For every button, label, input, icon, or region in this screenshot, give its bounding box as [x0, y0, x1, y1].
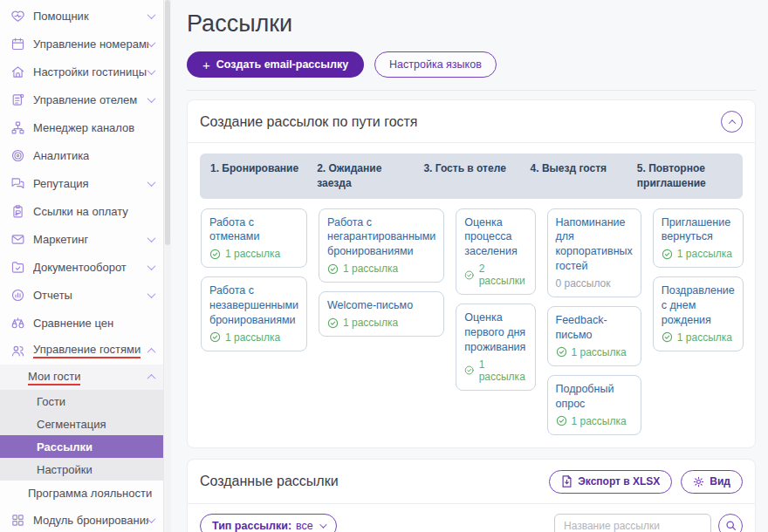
guest-path-card-count: 2 рассылки: [464, 263, 526, 287]
sidebar-item-10[interactable]: Отчеты: [0, 281, 163, 309]
language-settings-button[interactable]: Настройка языков: [374, 51, 497, 78]
stage-label-3: 3. Гость в отеле: [423, 161, 518, 191]
guest-path-card-title: Оценка процесса заселения: [464, 215, 526, 260]
sidebar-item-label: Отчеты: [33, 289, 72, 302]
sidebar-item-18[interactable]: Программа лояльности: [0, 481, 163, 506]
guest-path-card-item[interactable]: Поздравление с днем рождения1 рассылка: [653, 276, 744, 351]
sidebar-item-4[interactable]: Менеджер каналов: [0, 113, 163, 141]
guest-path-card-item[interactable]: Welcome-письмо1 рассылка: [319, 291, 444, 337]
stage-label-2: 2. Ожидание заезда: [317, 161, 412, 191]
people-icon: [10, 343, 25, 358]
sidebar-item-17[interactable]: Настройки: [0, 458, 163, 481]
chevron-down-icon: [147, 290, 156, 298]
receipt-icon: [10, 203, 25, 219]
stage-column-5: Приглашение вернуться1 рассылкаПоздравле…: [653, 208, 744, 435]
divider: [188, 503, 755, 504]
mailing-type-filter[interactable]: Тип рассылки: все: [200, 514, 337, 532]
mailing-type-filter-value: все: [296, 520, 313, 532]
guest-path-card-item[interactable]: Feedback-письмо1 рассылка: [547, 306, 641, 366]
chevron-down-icon: [147, 515, 156, 523]
divider: [187, 90, 756, 91]
guest-path-card-count: 1 рассылка: [327, 263, 435, 275]
sidebar-item-label: Аналитика: [33, 149, 89, 162]
sidebar-item-1[interactable]: Управление номерами: [0, 30, 163, 58]
guest-path-card-title: Поздравление с днем рождения: [662, 283, 735, 328]
sidebar-item-14[interactable]: Гости: [0, 390, 163, 413]
divider: [188, 142, 755, 143]
search-input[interactable]: [554, 514, 711, 532]
sidebar-item-7[interactable]: Ссылки на оплату: [0, 197, 163, 225]
stage-label-4: 4. Выезд гостя: [531, 161, 626, 191]
sidebar-item-label: Сегментация: [37, 418, 106, 431]
guest-path-card-item[interactable]: Напоминание для корпоративных гостей0 ра…: [547, 208, 641, 298]
guest-path-card-title: Welcome-письмо: [327, 298, 435, 313]
created-mailings-card: Созданные рассылки Экспорт в XLSX Вид Ти…: [187, 459, 756, 532]
language-settings-label: Настройка языков: [389, 58, 482, 71]
sidebar-item-8[interactable]: Маркетинг: [0, 225, 163, 253]
sidebar-item-0[interactable]: Помощник: [0, 2, 163, 30]
check-circle-icon: [327, 317, 339, 329]
check-circle-icon: [464, 269, 474, 281]
sidebar-item-12[interactable]: Управление гостями: [0, 337, 163, 365]
search-button[interactable]: [718, 514, 743, 532]
page-title: Рассылки: [187, 10, 756, 38]
export-xlsx-button[interactable]: Экспорт в XLSX: [549, 470, 672, 494]
chevron-down-icon: [147, 262, 156, 270]
guest-path-card-title: Feedback-письмо: [556, 313, 633, 343]
guest-path-card-item[interactable]: Работа с негарантированными бронирования…: [319, 208, 444, 283]
chevron-up-icon: [728, 119, 735, 126]
stage-column-1: Работа с отменами1 рассылкаРабота с неза…: [201, 208, 307, 435]
mailing-type-filter-label: Тип рассылки:: [212, 520, 291, 532]
clipboard-note-icon: [10, 92, 25, 107]
scales-icon: [10, 315, 25, 331]
check-circle-icon: [662, 331, 673, 343]
sidebar-item-3[interactable]: Управление отелем: [0, 85, 163, 113]
stage-column-4: Напоминание для корпоративных гостей0 ра…: [547, 208, 641, 435]
guest-path-card-item[interactable]: Оценка первого дня проживания1 рассылка: [456, 304, 535, 391]
guest-path-card-count: 1 рассылка: [209, 248, 298, 260]
export-xlsx-label: Экспорт в XLSX: [578, 475, 660, 488]
sidebar-item-label: Настройки: [37, 463, 93, 476]
sidebar-item-label: Маркетинг: [33, 233, 88, 246]
create-email-mailing-button[interactable]: + Создать email-рассылку: [187, 51, 364, 78]
view-settings-label: Вид: [710, 475, 730, 488]
sidebar-item-2[interactable]: Настройки гостиницы: [0, 58, 163, 85]
sidebar-item-5[interactable]: Аналитика: [0, 141, 163, 169]
sidebar-item-15[interactable]: Сегментация: [0, 413, 163, 435]
guest-path-card-item[interactable]: Работа с отменами1 рассылка: [201, 208, 307, 269]
check-circle-icon: [662, 249, 673, 260]
sidebar-item-label: Управление отелем: [33, 93, 137, 106]
sidebar-item-13[interactable]: Мои гости: [0, 365, 163, 390]
mail-icon: [10, 231, 25, 247]
check-circle-icon: [556, 346, 567, 358]
sidebar-scrollbar[interactable]: [163, 0, 171, 532]
guest-path-card-title: Приглашение вернуться: [662, 215, 735, 245]
guest-path-card-title: Работа с незавершенными бронированиями: [209, 283, 298, 328]
chevron-down-icon: [147, 38, 156, 47]
sidebar-item-label: Управление гостями: [33, 343, 141, 358]
sidebar-item-9[interactable]: Документооборот: [0, 253, 163, 281]
sidebar-item-19[interactable]: Модуль бронирования: [0, 506, 163, 532]
guest-path-card-count: 1 рассылка: [327, 317, 435, 329]
guest-path-card-item[interactable]: Приглашение вернуться1 рассылка: [653, 208, 744, 269]
table-toolbar: Тип рассылки: все: [200, 514, 743, 532]
view-settings-button[interactable]: Вид: [681, 470, 743, 494]
sidebar-item-label: Модуль бронирования: [33, 514, 148, 527]
guest-path-card-title: Напоминание для корпоративных гостей: [556, 215, 633, 275]
sidebar-item-label: Настройки гостиницы: [33, 65, 147, 78]
chevron-down-icon: [147, 66, 156, 75]
calendar-icon: [10, 36, 25, 51]
guest-path-card-count: 0 рассылок: [556, 277, 633, 290]
guest-path-card-count: 1 рассылка: [556, 415, 633, 427]
sidebar-item-6[interactable]: Репутация: [0, 169, 163, 197]
sidebar-item-16[interactable]: Рассылки: [0, 435, 163, 458]
collapse-button[interactable]: [721, 111, 743, 133]
stage-column-2: Работа с негарантированными бронирования…: [319, 208, 444, 435]
guest-path-card-item[interactable]: Работа с незавершенными бронированиями1 …: [201, 276, 307, 351]
sidebar-item-11[interactable]: Сравнение цен: [0, 309, 163, 337]
guest-path-card-item[interactable]: Оценка процесса заселения2 рассылки: [456, 208, 535, 296]
guest-path-title: Создание рассылок по пути гостя: [200, 114, 721, 130]
sidebar-scrollbar-thumb[interactable]: [165, 0, 170, 245]
search-icon: [725, 520, 737, 531]
guest-path-card-item[interactable]: Подробный опрос1 рассылка: [547, 375, 641, 435]
